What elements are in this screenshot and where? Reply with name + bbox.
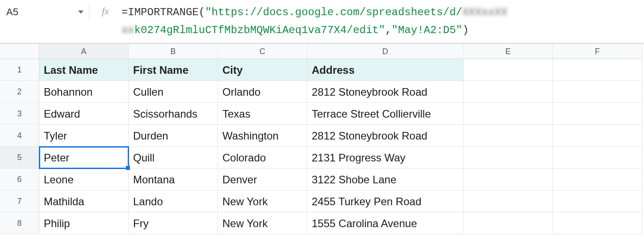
cell-b6[interactable]: Montana: [129, 169, 218, 190]
name-box[interactable]: A5: [6, 6, 18, 18]
col-header-e[interactable]: E: [464, 44, 553, 59]
row-header-2[interactable]: 2: [0, 81, 39, 103]
row-header-6[interactable]: 6: [0, 169, 39, 190]
formula-input[interactable]: =IMPORTRANGE("https://docs.google.com/sp…: [121, 0, 644, 43]
cell-a6[interactable]: Leone: [39, 169, 129, 190]
cell-c5[interactable]: Colorado: [218, 147, 307, 169]
cell-b7[interactable]: Lando: [129, 190, 218, 212]
cell-e3[interactable]: [464, 103, 553, 125]
col-header-a[interactable]: A: [39, 44, 129, 59]
cell-d1[interactable]: Address: [307, 59, 464, 81]
cell-a2[interactable]: Bohannon: [39, 81, 129, 103]
cell-f2[interactable]: [553, 81, 642, 103]
chevron-down-icon[interactable]: [76, 8, 85, 17]
cell-a4[interactable]: Tyler: [39, 125, 129, 147]
cell-e6[interactable]: [464, 169, 553, 190]
cell-c8[interactable]: New York: [218, 212, 307, 234]
spreadsheet-grid[interactable]: A B C D E F 1 Last Name First Name City …: [0, 43, 644, 234]
cell-a8[interactable]: Philip: [39, 212, 129, 234]
cell-b2[interactable]: Cullen: [129, 81, 218, 103]
cell-c7[interactable]: New York: [218, 190, 307, 212]
select-all-corner[interactable]: [0, 44, 39, 59]
cell-e4[interactable]: [464, 125, 553, 147]
cell-d7[interactable]: 2455 Turkey Pen Road: [307, 190, 464, 212]
row-header-5[interactable]: 5: [0, 147, 39, 169]
formula-url-blur: XXXxxXX: [462, 6, 507, 18]
cell-a1[interactable]: Last Name: [39, 59, 129, 81]
name-box-wrap[interactable]: A5: [0, 3, 89, 21]
formula-open-paren: (: [199, 6, 205, 18]
cell-f5[interactable]: [553, 147, 642, 169]
formula-bar: A5 fx =IMPORTRANGE("https://docs.google.…: [0, 0, 644, 43]
cell-c4[interactable]: Washington: [218, 125, 307, 147]
cell-b3[interactable]: Scissorhands: [129, 103, 218, 125]
cell-d6[interactable]: 3122 Shobe Lane: [307, 169, 464, 190]
cell-c1[interactable]: City: [218, 59, 307, 81]
cell-f1[interactable]: [553, 59, 642, 81]
cell-f7[interactable]: [553, 190, 642, 212]
cell-d4[interactable]: 2812 Stoneybrook Road: [307, 125, 464, 147]
cell-e5[interactable]: [464, 147, 553, 169]
cell-b4[interactable]: Durden: [129, 125, 218, 147]
col-header-f[interactable]: F: [553, 44, 642, 59]
col-header-d[interactable]: D: [307, 44, 464, 59]
cell-d5[interactable]: 2131 Progress Way: [307, 147, 464, 169]
cell-f8[interactable]: [553, 212, 642, 234]
cell-f3[interactable]: [553, 103, 642, 125]
col-header-c[interactable]: C: [218, 44, 307, 59]
cell-b5[interactable]: Quill: [129, 147, 218, 169]
row-header-1[interactable]: 1: [0, 59, 39, 81]
cell-d8[interactable]: 1555 Carolina Avenue: [307, 212, 464, 234]
cell-c3[interactable]: Texas: [218, 103, 307, 125]
cell-a7[interactable]: Mathilda: [39, 190, 129, 212]
cell-e7[interactable]: [464, 190, 553, 212]
cell-d2[interactable]: 2812 Stoneybrook Road: [307, 81, 464, 103]
row-header-8[interactable]: 8: [0, 212, 39, 234]
cell-e8[interactable]: [464, 212, 553, 234]
row-header-4[interactable]: 4: [0, 125, 39, 147]
formula-url-blur2: xx: [121, 24, 134, 36]
row-header-3[interactable]: 3: [0, 103, 39, 125]
cell-a3[interactable]: Edward: [39, 103, 129, 125]
formula-fn: =IMPORTRANGE: [121, 6, 199, 18]
cell-d3[interactable]: Terrace Street Collierville: [307, 103, 464, 125]
cell-b8[interactable]: Fry: [129, 212, 218, 234]
cell-c6[interactable]: Denver: [218, 169, 307, 190]
cell-a5[interactable]: Peter: [39, 147, 129, 169]
cell-f6[interactable]: [553, 169, 642, 190]
formula-range: "May!A2:D5": [392, 24, 462, 36]
cell-b1[interactable]: First Name: [129, 59, 218, 81]
formula-comma: ,: [385, 24, 391, 36]
cell-f4[interactable]: [553, 125, 642, 147]
col-header-b[interactable]: B: [129, 44, 218, 59]
formula-close-paren: ): [462, 24, 468, 36]
cell-c2[interactable]: Orlando: [218, 81, 307, 103]
formula-url-part1: "https://docs.google.com/spreadsheets/d/: [205, 6, 462, 18]
formula-url-part2: k0274gRlmluCTfMbzbMQWKiAeq1va77X4/edit": [134, 24, 385, 36]
fx-icon: fx: [89, 5, 121, 17]
cell-e2[interactable]: [464, 81, 553, 103]
row-header-7[interactable]: 7: [0, 190, 39, 212]
cell-e1[interactable]: [464, 59, 553, 81]
